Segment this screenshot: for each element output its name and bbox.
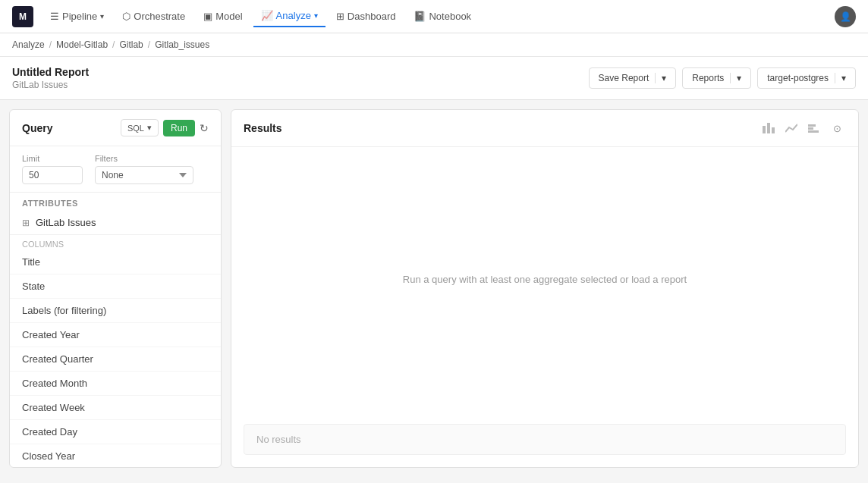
column-item-created-day[interactable]: Created Day bbox=[10, 420, 221, 444]
svg-rect-4 bbox=[808, 127, 813, 130]
connection-selector[interactable]: target-postgres ▾ bbox=[757, 67, 856, 89]
orchestrate-icon: ⬡ bbox=[122, 11, 131, 22]
nav-item-dashboard[interactable]: ⊞ Dashboard bbox=[329, 6, 404, 27]
column-item-closed-year[interactable]: Closed Year bbox=[10, 444, 221, 467]
svg-rect-3 bbox=[808, 124, 816, 127]
filters-label: Filters bbox=[95, 154, 193, 163]
app-logo[interactable]: M bbox=[12, 6, 33, 27]
nav-item-orchestrate[interactable]: ⬡ Orchestrate bbox=[115, 6, 193, 27]
results-panel-title: Results bbox=[244, 122, 282, 134]
model-icon: ▣ bbox=[203, 11, 212, 22]
page-title: Untitled Report bbox=[12, 66, 89, 78]
breadcrumb-analyze[interactable]: Analyze bbox=[12, 39, 45, 50]
notebook-icon: 📓 bbox=[414, 11, 426, 22]
column-item-created-month[interactable]: Created Month bbox=[10, 372, 221, 396]
sql-toggle-button[interactable]: SQL ▾ bbox=[121, 119, 159, 136]
line-chart-icon[interactable] bbox=[782, 119, 800, 137]
hamburger-icon: ☰ bbox=[50, 11, 59, 22]
limit-filters-row: Limit Filters None bbox=[10, 146, 221, 193]
column-item-title[interactable]: Title bbox=[10, 250, 221, 274]
svg-rect-1 bbox=[767, 123, 770, 133]
query-panel-title: Query bbox=[22, 122, 52, 134]
breadcrumb: Analyze / Model-Gitlab / Gitlab / Gitlab… bbox=[0, 33, 868, 57]
page-subtitle: GitLab Issues bbox=[12, 80, 89, 90]
dashboard-icon: ⊞ bbox=[336, 11, 344, 22]
limit-field: Limit bbox=[22, 154, 83, 184]
columns-label: Columns bbox=[10, 235, 221, 250]
bar-chart-icon[interactable] bbox=[760, 119, 778, 137]
column-item-state[interactable]: State bbox=[10, 274, 221, 299]
main-content: Query SQL ▾ Run ↻ Limit Filters None bbox=[0, 100, 868, 477]
column-item-created-year[interactable]: Created Year bbox=[10, 323, 221, 347]
breadcrumb-gitlab[interactable]: Gitlab bbox=[119, 39, 143, 50]
column-chart-icon[interactable] bbox=[805, 119, 823, 137]
analyze-icon: 📈 bbox=[261, 10, 273, 21]
nav-item-notebook[interactable]: 📓 Notebook bbox=[406, 6, 479, 27]
query-panel-header: Query SQL ▾ Run ↻ bbox=[10, 110, 221, 146]
no-results-box: No results bbox=[244, 424, 846, 455]
nav-item-model[interactable]: ▣ Model bbox=[196, 6, 250, 27]
top-nav: M ☰ Pipeline ▾ ⬡ Orchestrate ▣ Model 📈 A… bbox=[0, 0, 868, 33]
nav-item-pipeline[interactable]: ☰ Pipeline ▾ bbox=[42, 6, 112, 27]
title-block: Untitled Report GitLab Issues bbox=[12, 66, 89, 90]
svg-rect-5 bbox=[808, 130, 819, 133]
table-icon: ⊞ bbox=[22, 218, 30, 228]
settings-icon[interactable]: ⊙ bbox=[828, 119, 846, 137]
attributes-label: Attributes bbox=[10, 193, 221, 211]
svg-rect-0 bbox=[763, 126, 766, 133]
results-panel: Results bbox=[231, 109, 859, 468]
limit-label: Limit bbox=[22, 154, 83, 163]
page-header: Untitled Report GitLab Issues Save Repor… bbox=[0, 57, 868, 100]
results-empty-message: Run a query with at least one aggregate … bbox=[231, 147, 858, 412]
user-avatar[interactable]: 👤 bbox=[835, 6, 856, 27]
reports-button[interactable]: Reports ▾ bbox=[682, 67, 751, 89]
breadcrumb-model-gitlab[interactable]: Model-Gitlab bbox=[56, 39, 108, 50]
chevron-down-icon: ▾ bbox=[731, 73, 741, 83]
svg-rect-2 bbox=[772, 127, 775, 133]
table-name: GitLab Issues bbox=[36, 217, 96, 228]
save-report-button[interactable]: Save Report ▾ bbox=[589, 67, 677, 89]
breadcrumb-gitlab-issues[interactable]: Gitlab_issues bbox=[155, 39, 209, 50]
chevron-down-icon: ▾ bbox=[656, 73, 666, 83]
chevron-down-icon: ▾ bbox=[147, 123, 152, 133]
limit-input[interactable] bbox=[22, 166, 83, 184]
column-item-created-week[interactable]: Created Week bbox=[10, 396, 221, 420]
filters-select[interactable]: None bbox=[95, 166, 193, 184]
column-item-created-quarter[interactable]: Created Quarter bbox=[10, 347, 221, 372]
run-button[interactable]: Run bbox=[163, 120, 195, 136]
table-item-gitlab-issues[interactable]: ⊞ GitLab Issues bbox=[10, 211, 221, 235]
chevron-down-icon: ▾ bbox=[835, 73, 846, 83]
refresh-icon[interactable]: ↻ bbox=[200, 122, 209, 134]
query-panel: Query SQL ▾ Run ↻ Limit Filters None bbox=[9, 109, 222, 468]
results-panel-header: Results bbox=[231, 110, 858, 147]
column-list: Title State Labels (for filtering) Creat… bbox=[10, 250, 221, 467]
column-item-labels[interactable]: Labels (for filtering) bbox=[10, 299, 221, 323]
filters-field: Filters None bbox=[95, 154, 193, 184]
nav-item-analyze[interactable]: 📈 Analyze ▾ bbox=[253, 5, 326, 27]
chevron-down-icon: ▾ bbox=[100, 12, 104, 20]
chart-type-icons: ⊙ bbox=[760, 119, 846, 137]
chevron-down-icon: ▾ bbox=[314, 11, 318, 20]
header-actions: Save Report ▾ Reports ▾ target-postgres … bbox=[589, 67, 856, 89]
